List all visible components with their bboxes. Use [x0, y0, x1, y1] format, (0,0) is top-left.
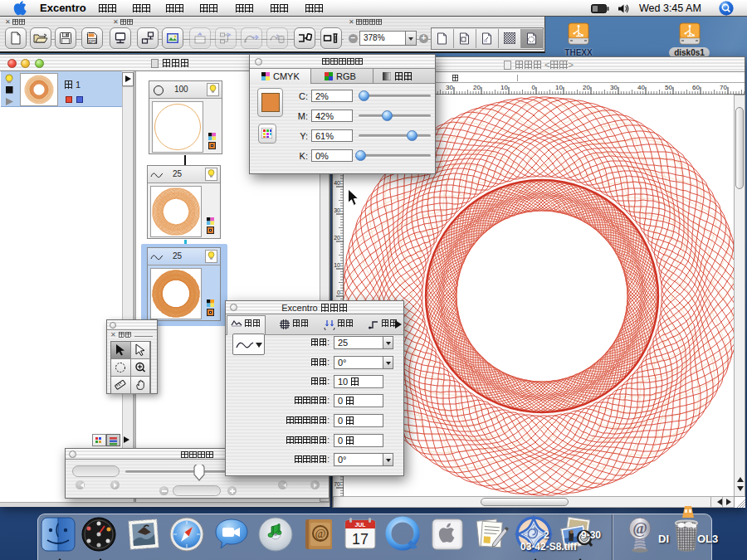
svg-text:30: 30	[334, 207, 340, 213]
svg-text:0: 0	[337, 290, 340, 295]
svg-text:40: 40	[334, 180, 340, 186]
svg-text:20: 20	[473, 84, 481, 91]
svg-text:17: 17	[352, 531, 369, 548]
svg-text:60: 60	[692, 84, 700, 91]
svg-text:0: 0	[532, 84, 536, 91]
svg-text:20: 20	[583, 84, 590, 91]
svg-text:EPS: EPS	[89, 40, 96, 44]
svg-text:20: 20	[334, 235, 340, 241]
svg-text:@: @	[632, 519, 647, 537]
svg-text:50: 50	[665, 84, 672, 91]
svg-text:10: 10	[500, 84, 508, 91]
svg-text:JUL: JUL	[354, 522, 366, 528]
svg-text:70: 70	[720, 84, 727, 91]
svg-text:10: 10	[555, 84, 563, 91]
svg-text:30: 30	[610, 84, 618, 91]
svg-text:30: 30	[446, 84, 453, 91]
svg-text:@: @	[315, 528, 326, 540]
svg-text:10: 10	[334, 262, 340, 268]
svg-text:70: 70	[334, 481, 340, 487]
svg-text:40: 40	[637, 84, 645, 91]
